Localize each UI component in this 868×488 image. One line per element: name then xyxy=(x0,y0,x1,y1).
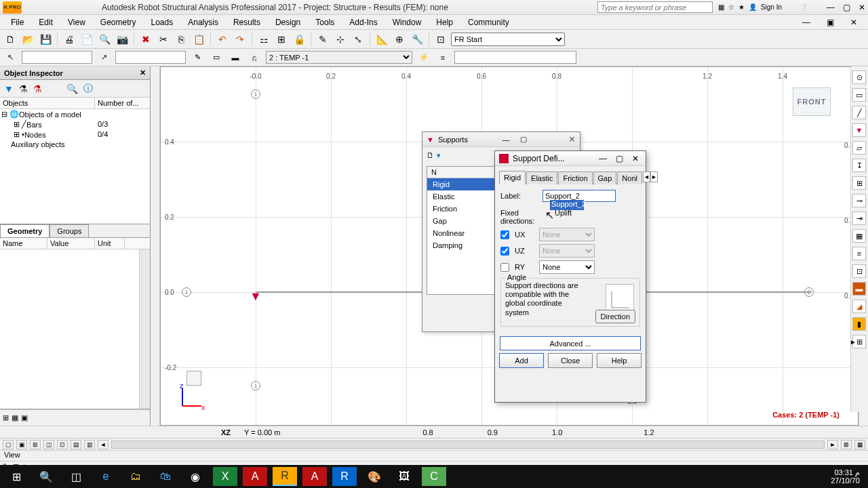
defn-max-icon[interactable]: ▢ xyxy=(613,154,625,163)
supports-close-icon[interactable]: ✕ xyxy=(568,134,576,144)
maximize-button[interactable]: ▢ xyxy=(843,3,850,12)
taskview-icon[interactable]: ◫ xyxy=(64,467,88,486)
rt-panel-icon[interactable]: ▱ xyxy=(852,141,866,155)
autocad-icon[interactable]: A xyxy=(243,467,267,486)
oi-search-icon[interactable]: 🔍 xyxy=(66,83,78,94)
delete-icon[interactable]: ✖ xyxy=(138,32,153,47)
defn-tab-gap[interactable]: Gap xyxy=(593,171,617,184)
defn-close-icon[interactable]: ✕ xyxy=(629,154,642,163)
menu-edit[interactable]: Edit xyxy=(32,16,60,28)
bt9-icon[interactable]: ► xyxy=(827,440,838,449)
menu-loads[interactable]: Loads xyxy=(144,16,180,28)
axis-triad[interactable]: zx xyxy=(176,383,205,413)
menu-view[interactable]: View xyxy=(61,16,92,28)
rt-cladding-icon[interactable]: ▬ xyxy=(852,282,866,296)
tree-aux[interactable]: Auxiliary objects xyxy=(11,140,64,148)
menu-tools[interactable]: Tools xyxy=(309,16,341,28)
node-1-top[interactable]: 1 xyxy=(251,89,260,99)
rt-wall-icon[interactable]: ▮ xyxy=(852,317,866,331)
node-1-bottom[interactable]: 1 xyxy=(251,381,260,390)
rt-support-icon[interactable]: ▼ xyxy=(852,123,866,137)
oi-tool3-icon[interactable]: ▣ xyxy=(21,413,28,422)
mdi-restore[interactable]: ▣ xyxy=(820,16,841,28)
snap-icon[interactable]: ⊕ xyxy=(392,32,407,47)
select-icon[interactable]: ⤡ xyxy=(351,32,366,47)
node-1-left[interactable]: 1 xyxy=(182,287,191,297)
sup-tb1-icon[interactable]: 🗋 xyxy=(427,151,434,159)
rt-load-icon[interactable]: ↧ xyxy=(852,159,866,172)
rt-material-icon[interactable]: ▦ xyxy=(852,229,866,243)
prop-col-name[interactable]: Name xyxy=(0,238,47,249)
defn-ry-uplift[interactable]: None xyxy=(539,260,595,274)
prop-col-unit[interactable]: Unit xyxy=(95,238,125,249)
case-select[interactable]: 2 : TEMP -1 xyxy=(266,51,412,64)
defn-tab-elastic[interactable]: Elastic xyxy=(526,171,557,184)
photos-icon[interactable]: 🖼 xyxy=(392,467,416,486)
bt5-icon[interactable]: ⊡ xyxy=(57,440,68,449)
wrench-icon[interactable]: 🔧 xyxy=(410,32,425,47)
chrome-icon[interactable]: ◉ xyxy=(183,467,208,486)
tree-root[interactable]: Objects of a model xyxy=(19,110,81,119)
level-icon[interactable]: ▭ xyxy=(209,50,224,65)
case-icon[interactable]: ⎌ xyxy=(247,50,262,65)
acrobat-icon[interactable]: A xyxy=(302,467,327,486)
oi-filter-icon[interactable]: ▼ xyxy=(4,83,14,94)
bt4-icon[interactable]: ◫ xyxy=(43,440,54,449)
defn-close-button[interactable]: Close xyxy=(548,353,593,368)
rt-obj-icon[interactable]: ⊞ xyxy=(852,176,866,190)
menu-geometry[interactable]: Geometry xyxy=(94,16,143,28)
oi-col-objects[interactable]: Objects xyxy=(0,98,95,108)
edge-icon[interactable]: e xyxy=(94,467,118,486)
bt3-icon[interactable]: ⊞ xyxy=(30,440,41,449)
oi-tree[interactable]: ⊟ 🌐 Objects of a model ⊞ ╱ Bars0/3 ⊞ • N… xyxy=(0,109,150,224)
table-icon[interactable]: ⊞ xyxy=(274,32,289,47)
grid-icon[interactable]: ▦ xyxy=(718,3,724,11)
camera-icon[interactable]: 📷 xyxy=(115,32,130,47)
oi-col-number[interactable]: Number of... xyxy=(95,98,150,108)
menu-design[interactable]: Design xyxy=(269,16,307,28)
caseopt1-icon[interactable]: ⚡ xyxy=(416,50,431,65)
edit2-icon[interactable]: ✎ xyxy=(315,32,330,47)
cut-icon[interactable]: ✂ xyxy=(156,32,171,47)
tree-bars[interactable]: Bars xyxy=(26,121,42,129)
menu-addins[interactable]: Add-Ins xyxy=(342,16,384,28)
rt-release-icon[interactable]: ⊸ xyxy=(852,194,866,207)
caseopt2-icon[interactable]: ≡ xyxy=(435,50,450,65)
star-icon[interactable]: ☆ xyxy=(728,3,734,11)
defn-min-icon[interactable]: — xyxy=(597,154,609,163)
defn-add-button[interactable]: Add xyxy=(499,353,544,368)
signin-link[interactable]: Sign In xyxy=(761,3,782,11)
bt7-icon[interactable]: ▥ xyxy=(84,440,95,449)
oi-scrollbar[interactable] xyxy=(139,249,150,409)
defn-ux-checkbox[interactable] xyxy=(500,230,509,239)
defn-direction-button[interactable]: Direction xyxy=(595,310,635,323)
save-icon[interactable]: 💾 xyxy=(38,32,53,47)
screenshot-icon[interactable]: 🔍 xyxy=(97,32,112,47)
revit-icon[interactable]: R xyxy=(332,467,357,486)
start-button[interactable]: ⊞ xyxy=(4,467,28,486)
explorer-icon[interactable]: 🗂 xyxy=(123,467,148,486)
search-input[interactable] xyxy=(597,1,713,13)
bt10-icon[interactable]: ⊠ xyxy=(841,440,852,449)
bt1-icon[interactable]: ▢ xyxy=(3,440,14,449)
left-scrollbar[interactable] xyxy=(151,66,160,426)
menu-file[interactable]: File xyxy=(4,16,31,28)
defn-tab-nonl[interactable]: Nonl xyxy=(617,171,642,184)
defn-tab-rigid[interactable]: Rigid xyxy=(499,171,526,184)
mdi-close[interactable]: ✕ xyxy=(844,16,864,28)
plane-widget[interactable] xyxy=(186,371,201,386)
oi-tool1-icon[interactable]: ⊞ xyxy=(3,413,9,422)
favorite-icon[interactable]: ★ xyxy=(738,3,745,11)
rt-thick-icon[interactable]: ≡ xyxy=(852,247,866,260)
cursor-icon[interactable]: ↖ xyxy=(3,50,18,65)
menu-window[interactable]: Window xyxy=(386,16,429,28)
viewcube[interactable]: FRONT xyxy=(793,87,831,116)
search-taskbar-icon[interactable]: 🔍 xyxy=(34,467,58,486)
minimize-button[interactable]: — xyxy=(827,3,835,12)
menu-help[interactable]: Help xyxy=(429,16,460,28)
defn-ry-checkbox[interactable] xyxy=(500,263,509,272)
rt-bar-icon[interactable]: ╱ xyxy=(852,106,866,119)
sup-tb2-icon[interactable]: ▾ xyxy=(437,151,441,160)
supports-max-icon[interactable]: ▢ xyxy=(520,135,527,144)
sup-col-n[interactable]: N xyxy=(427,167,441,178)
